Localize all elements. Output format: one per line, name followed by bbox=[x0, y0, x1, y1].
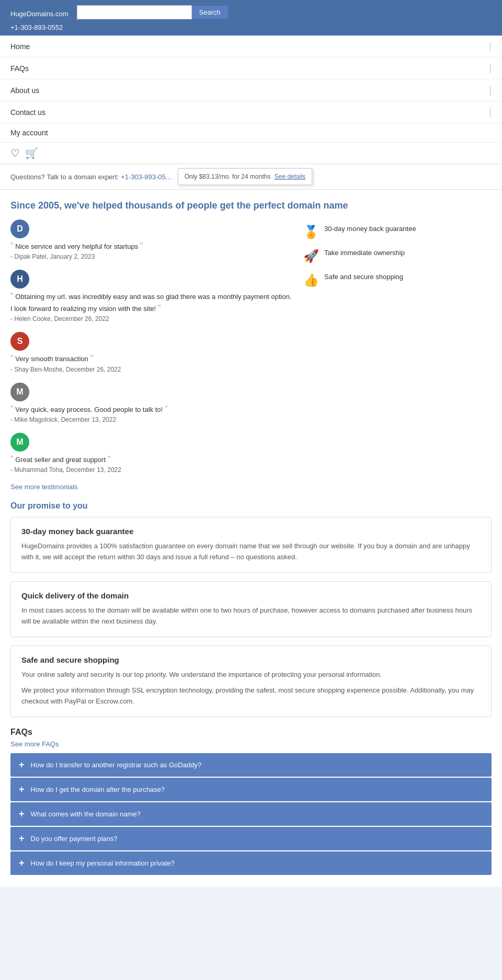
nav-icon-bar: ♡ 🛒 bbox=[0, 143, 502, 164]
nav-item-home[interactable]: Home | bbox=[0, 36, 502, 57]
feature-text-2: Safe and secure shopping bbox=[324, 273, 403, 281]
tooltip-bubble: Only $83.13/mo. for 24 months See detail… bbox=[178, 168, 312, 185]
quote-author-1: - Helen Cooke, December 26, 2022 bbox=[10, 315, 293, 322]
search-form: Search bbox=[77, 5, 228, 19]
promise-card-title-0: 30-day money back guarantee bbox=[21, 527, 481, 536]
quote-author-3: - Mike Magolnick, December 13, 2022 bbox=[10, 416, 293, 423]
promise-card-1: Quick delivery of the domain In most cas… bbox=[10, 581, 492, 637]
nav-item-about[interactable]: About us | bbox=[0, 79, 502, 101]
feature-1: 🚀 Take immediate ownership bbox=[303, 249, 492, 263]
feature-0: 🏅 30-day money back guarantee bbox=[303, 225, 492, 239]
avatar-shay: S bbox=[10, 332, 29, 351]
features-list: 🏅 30-day money back guarantee 🚀 Take imm… bbox=[303, 220, 492, 491]
testimonial-4: M " Great seller and great support " - M… bbox=[10, 433, 293, 474]
avatar-muhammad: M bbox=[10, 433, 29, 452]
faq-label-1: How do I get the domain after the purcha… bbox=[31, 786, 165, 793]
search-button[interactable]: Search bbox=[192, 6, 228, 19]
navigation: Home | FAQs | About us | Contact us | My… bbox=[0, 36, 502, 164]
nav-item-faqs[interactable]: FAQs | bbox=[0, 57, 502, 79]
tooltip-bar: Questions? Talk to a domain expert: +1-3… bbox=[0, 164, 502, 190]
faq-plus-1: + bbox=[19, 784, 25, 795]
feature-text-0: 30-day money back guarantee bbox=[324, 225, 416, 233]
quote-text-4: " Great seller and great support " bbox=[10, 454, 293, 465]
tooltip-question: Questions? Talk to a domain expert: bbox=[10, 173, 119, 181]
testimonial-2: S " Very smooth transaction " - Shay Ben… bbox=[10, 332, 293, 373]
nav-item-account[interactable]: My account bbox=[0, 123, 502, 143]
faq-item-1[interactable]: + How do I get the domain after the purc… bbox=[10, 778, 492, 801]
header-phone: +1-303-893-0552 bbox=[10, 24, 492, 31]
nav-item-contact[interactable]: Contact us | bbox=[0, 101, 502, 123]
faq-item-4[interactable]: + How do I keep my personal information … bbox=[10, 851, 492, 875]
faq-label-0: How do I transfer to another registrar s… bbox=[31, 761, 202, 769]
promise-card-text-2a: Your online safety and security is our t… bbox=[21, 670, 481, 681]
quote-author-2: - Shay Ben-Moshe, December 26, 2022 bbox=[10, 366, 293, 373]
quote-author-0: - Dipak Patel, January 2, 2023 bbox=[10, 253, 293, 260]
faqs-title: FAQs bbox=[10, 728, 492, 737]
promise-card-text-2b: We protect your information through SSL … bbox=[21, 685, 481, 707]
thumbsup-icon: 👍 bbox=[303, 273, 319, 287]
quote-text-0: " Nice service and very helpful for star… bbox=[10, 240, 293, 252]
testimonials-list: D " Nice service and very helpful for st… bbox=[10, 220, 293, 491]
nav-divider-home: | bbox=[489, 41, 492, 52]
faq-plus-4: + bbox=[19, 858, 25, 869]
faq-item-3[interactable]: + Do you offer payment plans? bbox=[10, 827, 492, 850]
promise-card-2: Safe and secure shopping Your online saf… bbox=[10, 645, 492, 717]
faq-label-3: Do you offer payment plans? bbox=[31, 835, 118, 843]
main-content: Since 2005, we've helped thousands of pe… bbox=[0, 190, 502, 886]
feature-2: 👍 Safe and secure shopping bbox=[303, 273, 492, 287]
testimonial-1: H " Obtaining my url. was incredibly eas… bbox=[10, 270, 293, 322]
quote-text-2: " Very smooth transaction " bbox=[10, 353, 293, 364]
faq-label-2: What comes with the domain name? bbox=[31, 810, 141, 818]
faqs-section: FAQs See more FAQs + How do I transfer t… bbox=[10, 728, 492, 875]
nav-divider-about: | bbox=[489, 85, 492, 96]
promise-title: Our promise to you bbox=[10, 501, 492, 511]
search-input[interactable] bbox=[77, 5, 192, 19]
site-header: HugeDomains.com Search +1-303-893-0552 bbox=[0, 0, 502, 36]
avatar-dipak: D bbox=[10, 220, 29, 238]
testimonials-features-row: D " Nice service and very helpful for st… bbox=[10, 220, 492, 491]
heart-icon[interactable]: ♡ bbox=[10, 147, 20, 159]
faq-label-4: How do I keep my personal information pr… bbox=[31, 859, 175, 867]
cart-icon[interactable]: 🛒 bbox=[25, 147, 38, 159]
nav-divider-contact: | bbox=[489, 107, 492, 118]
tooltip-popup-link[interactable]: See details bbox=[275, 173, 305, 180]
section-title: Since 2005, we've helped thousands of pe… bbox=[10, 200, 492, 211]
feature-text-1: Take immediate ownership bbox=[324, 249, 405, 257]
logo-text: HugeDomains bbox=[10, 10, 53, 18]
see-more-faqs[interactable]: See more FAQs bbox=[10, 740, 492, 748]
promise-card-title-1: Quick delivery of the domain bbox=[21, 591, 481, 600]
faq-item-2[interactable]: + What comes with the domain name? bbox=[10, 802, 492, 826]
avatar-helen: H bbox=[10, 270, 29, 289]
site-logo: HugeDomains.com bbox=[10, 6, 69, 19]
rocket-icon: 🚀 bbox=[303, 249, 319, 263]
see-more-testimonials[interactable]: See more testimonials bbox=[10, 483, 293, 491]
tooltip-phone[interactable]: +1-303-893-05... bbox=[121, 173, 171, 181]
promise-card-0: 30-day money back guarantee HugeDomains … bbox=[10, 517, 492, 573]
avatar-mike: M bbox=[10, 383, 29, 401]
nav-divider-faqs: | bbox=[489, 63, 492, 74]
faq-plus-0: + bbox=[19, 759, 25, 770]
medal-icon: 🏅 bbox=[303, 225, 319, 239]
promise-card-text-0: HugeDomains provides a 100% satisfaction… bbox=[21, 541, 481, 563]
faq-item-0[interactable]: + How do I transfer to another registrar… bbox=[10, 753, 492, 777]
promise-card-text-1: In most cases access to the domain will … bbox=[21, 605, 481, 627]
quote-author-4: - Muhammad Toha, December 13, 2022 bbox=[10, 466, 293, 474]
promise-card-title-2: Safe and secure shopping bbox=[21, 655, 481, 664]
logo-suffix: .com bbox=[53, 10, 68, 18]
quote-text-1: " Obtaining my url. was incredibly easy … bbox=[10, 291, 293, 314]
testimonial-3: M " Very quick, easy process. Good peopl… bbox=[10, 383, 293, 423]
faq-plus-2: + bbox=[19, 809, 25, 820]
faq-plus-3: + bbox=[19, 833, 25, 844]
tooltip-popup-text: Only $83.13/mo. for 24 months bbox=[185, 173, 271, 180]
quote-text-3: " Very quick, easy process. Good people … bbox=[10, 403, 293, 415]
testimonial-0: D " Nice service and very helpful for st… bbox=[10, 220, 293, 260]
